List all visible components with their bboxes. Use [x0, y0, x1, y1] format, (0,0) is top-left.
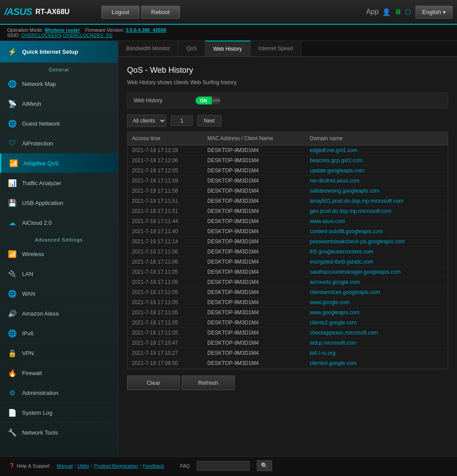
cell-client: DESKTOP-9M3D1M4: [203, 308, 305, 318]
sidebar-item-adaptive-qos[interactable]: 📶 Adaptive QoS: [0, 153, 118, 173]
table-row: 2021-7-18 17:11:05 DESKTOP-9M3D1M4 www.g…: [127, 298, 448, 308]
wan-icon: 🌐: [7, 288, 18, 299]
footer-link-feedback[interactable]: Feedback: [143, 463, 164, 469]
sidebar-item-ipv6[interactable]: 🌐 IPv6: [0, 324, 118, 343]
table-body: 2021-7-18 17:12:18 DESKTOP-9M3D1M4 edged…: [127, 145, 448, 370]
sidebar-item-usb-application[interactable]: 💾 USB Application: [0, 193, 118, 213]
cell-client: DESKTOP-9M3D1M4: [203, 227, 305, 237]
table-row: 2021-7-18 17:11:44 DESKTOP-9M3D1M4 www.a…: [127, 216, 448, 227]
cell-time: 2021-7-18 17:11:14: [127, 237, 203, 247]
page-number-input[interactable]: [171, 115, 193, 126]
usb-icon[interactable]: ⬡: [405, 8, 411, 16]
cell-client: DESKTOP-9M3D1M4: [203, 196, 305, 206]
user-icon[interactable]: 👤: [382, 8, 391, 16]
asus-logo: /ASUS: [4, 6, 32, 18]
cell-time: 2021-7-18 17:11:51: [127, 206, 203, 216]
ssid-2g[interactable]: OVERCLOCKERS: [21, 33, 62, 38]
sidebar-item-vpn[interactable]: 🔒 VPN: [0, 343, 118, 363]
firmware-value[interactable]: 3.0.0.4.386_42808: [126, 27, 166, 33]
client-filter-select[interactable]: All clients: [127, 115, 166, 127]
cell-client: DESKTOP-9M3D1M4: [203, 348, 305, 358]
cell-client: DESKTOP-9M3D1M4: [203, 166, 305, 176]
sidebar-item-label: Adaptive QoS: [23, 160, 59, 167]
language-button[interactable]: English ▾: [416, 6, 453, 19]
ssid-label: SSID:: [7, 33, 20, 38]
table-row: 2021-7-18 17:11:51 DESKTOP-9M3D1M4 geo.p…: [127, 206, 448, 216]
cell-client: DESKTOP-9M3D1M4: [203, 156, 305, 166]
monitor-icon[interactable]: 🖥: [394, 8, 401, 16]
qis-icon: ⚡: [7, 46, 18, 57]
footer-link-manual[interactable]: Manual: [57, 463, 73, 469]
tab-internet-speed[interactable]: Internet Speed: [251, 41, 302, 56]
cell-time: 2021-7-18 17:11:44: [127, 216, 203, 227]
table-row: 2021-7-18 17:11:05 DESKTOP-9M3D1M4 clien…: [127, 318, 448, 328]
op-mode-label: Operation Mode:: [7, 27, 43, 33]
logo-area: /ASUS RT-AX68U: [4, 6, 93, 18]
cell-client: DESKTOP-9M3D1M4: [203, 247, 305, 257]
clear-button[interactable]: Clear: [127, 376, 180, 390]
op-mode-value[interactable]: Wireless router: [45, 27, 80, 33]
sidebar-item-administration[interactable]: ⚙ Administration: [0, 383, 118, 403]
sidebar-item-aicloud[interactable]: ☁ AiCloud 2.0: [0, 213, 118, 233]
sidebar-item-aimesh[interactable]: 📡 AiMesh: [0, 94, 118, 114]
info-bar: Operation Mode: Wireless router Firmware…: [0, 25, 457, 41]
cell-time: 2021-7-18 17:10:47: [127, 338, 203, 348]
sidebar-item-label: System Log: [22, 409, 52, 416]
usb-application-icon: 💾: [7, 197, 18, 208]
cell-domain: checkappexec.microsoft.com: [305, 328, 448, 338]
tab-label: Internet Speed: [258, 45, 293, 52]
sidebar-item-network-map[interactable]: 🌐 Network Map: [0, 74, 118, 94]
aiprotection-icon: 🛡: [7, 138, 18, 149]
page-content: QoS - Web History Web History shows clie…: [118, 57, 457, 456]
cell-time: 2021-7-18 17:11:06: [127, 257, 203, 267]
sidebar-item-traffic-analyzer[interactable]: 📊 Traffic Analyzer: [0, 173, 118, 193]
sidebar-item-label: Network Tools: [22, 429, 58, 436]
sidebar-item-aiprotection[interactable]: 🛡 AiProtection: [0, 134, 118, 153]
table-row: 2021-7-18 17:11:06 DESKTOP-9M3D1M4 lh5.g…: [127, 247, 448, 257]
refresh-button[interactable]: Refresh: [182, 376, 235, 390]
sidebar-item-label: LAN: [22, 271, 33, 277]
tab-qos[interactable]: QoS: [178, 41, 205, 56]
reboot-button[interactable]: Reboot: [141, 6, 180, 19]
cell-domain: update.googleapis.com: [305, 166, 448, 176]
sidebar-item-system-log[interactable]: 📄 System Log: [0, 403, 118, 423]
tab-bandwidth-monitor[interactable]: Bandwidth Monitor: [118, 41, 178, 56]
web-history-toggle[interactable]: ON: [195, 97, 221, 104]
sidebar-item-wan[interactable]: 🌐 WAN: [0, 284, 118, 304]
sidebar-item-amazon-alexa[interactable]: 🔊 Amazon Alexa: [0, 304, 118, 324]
sidebar-item-guest-network[interactable]: 🌐 Guest Network: [0, 114, 118, 134]
toggle-on-label: ON: [195, 97, 212, 104]
content-area: Bandwidth Monitor QoS Web History Intern…: [118, 41, 457, 456]
footer-search-input[interactable]: [197, 461, 250, 471]
table-row: 2021-7-18 17:12:18 DESKTOP-9M3D1M4 edged…: [127, 145, 448, 156]
tab-label: QoS: [186, 45, 197, 52]
top-icons: App 👤 🖥 ⬡: [366, 8, 411, 16]
cell-client: DESKTOP-9M3D1M4: [203, 368, 305, 370]
cell-client: DESKTOP-9M3D1M4: [203, 328, 305, 338]
ssid-5g[interactable]: OVERCLOCKERS_5G: [63, 33, 112, 38]
tab-bar: Bandwidth Monitor QoS Web History Intern…: [118, 41, 457, 57]
vpn-icon: 🔒: [7, 348, 18, 358]
table-row: 2021-7-18 17:11:05 DESKTOP-9M3D1M4 accou…: [127, 277, 448, 287]
network-map-icon: 🌐: [7, 78, 18, 89]
adaptive-qos-icon: 📶: [8, 158, 19, 168]
sidebar-item-label: AiMesh: [22, 100, 41, 107]
qis-label: Quick Internet Setup: [22, 48, 78, 55]
tab-web-history[interactable]: Web History: [205, 41, 250, 56]
sidebar-item-qis[interactable]: ⚡ Quick Internet Setup: [0, 41, 118, 63]
cell-domain: content-autofill.googleapis.com: [305, 227, 448, 237]
sidebar-item-wireless[interactable]: 📶 Wireless: [0, 244, 118, 264]
footer-link-product-reg[interactable]: Product Registration: [94, 463, 138, 469]
amazon-alexa-icon: 🔊: [7, 308, 18, 319]
sidebar-item-firewall[interactable]: 🔥 Firewall: [0, 363, 118, 383]
footer-link-utility[interactable]: Utility: [78, 463, 90, 469]
footer-search-button[interactable]: 🔍: [257, 460, 272, 471]
sidebar-item-network-tools[interactable]: 🔧 Network Tools: [0, 423, 118, 443]
cell-time: 2021-7-18 17:11:06: [127, 247, 203, 257]
sidebar-item-lan[interactable]: 🔌 LAN: [0, 264, 118, 284]
next-button[interactable]: Next: [197, 115, 221, 126]
sidebar-item-label: IPv6: [22, 330, 34, 337]
logout-button[interactable]: Logout: [101, 6, 139, 19]
table-row: 2021-7-18 17:11:05 DESKTOP-9M3D1M4 www.g…: [127, 308, 448, 318]
system-log-icon: 📄: [7, 407, 18, 418]
